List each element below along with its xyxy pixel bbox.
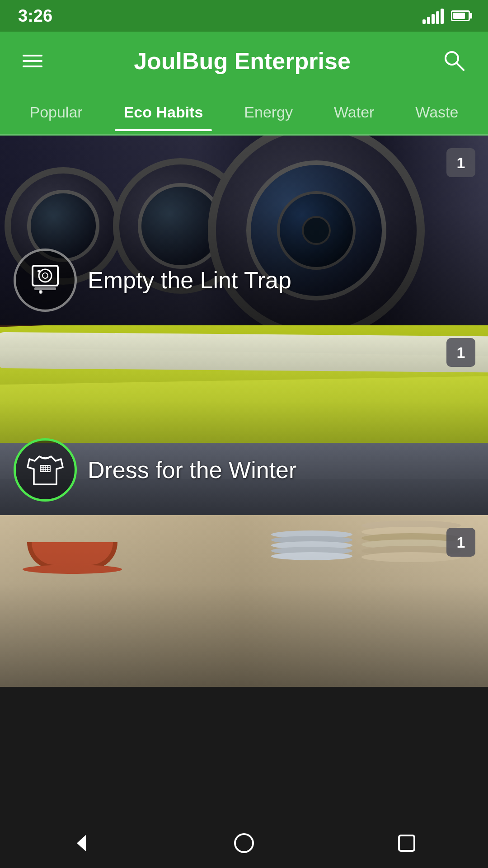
card-content-3 <box>0 664 488 687</box>
card-badge-1: 1 <box>446 148 475 177</box>
card-icon-1 <box>14 249 77 312</box>
svg-point-4 <box>42 273 48 278</box>
tab-eco-habits[interactable]: Eco Habits <box>115 99 212 126</box>
svg-point-6 <box>38 270 40 272</box>
nav-tabs: Popular Eco Habits Energy Water Waste <box>0 90 488 136</box>
card-content-2: Dress for the Winter <box>0 429 488 515</box>
signal-icon <box>422 8 444 24</box>
menu-button[interactable] <box>23 55 42 67</box>
card-badge-2: 1 <box>446 338 475 367</box>
recent-button[interactable] <box>389 825 425 861</box>
status-bar: 3:26 <box>0 0 488 32</box>
svg-point-3 <box>39 269 52 282</box>
bottom-nav <box>0 818 488 868</box>
svg-rect-7 <box>34 287 56 290</box>
svg-point-18 <box>235 834 253 852</box>
svg-line-1 <box>456 63 464 70</box>
card-content-1: Empty the Lint Trap <box>0 239 488 325</box>
card-overlay-3 <box>0 515 488 687</box>
card-icon-2 <box>14 438 77 502</box>
home-icon <box>232 831 256 855</box>
search-button[interactable] <box>442 48 465 74</box>
home-button[interactable] <box>226 825 262 861</box>
recent-icon <box>396 833 417 854</box>
card-badge-3: 1 <box>446 528 475 557</box>
status-icons <box>422 8 470 24</box>
tab-water[interactable]: Water <box>325 99 383 126</box>
card-title-2: Dress for the Winter <box>88 456 296 484</box>
card-title-1: Empty the Lint Trap <box>88 266 291 294</box>
sweater-icon <box>26 452 65 488</box>
battery-icon <box>451 10 470 21</box>
card-dishes[interactable]: 1 <box>0 515 488 687</box>
washer-icon <box>27 262 63 298</box>
back-icon <box>70 831 93 855</box>
header: JoulBug Enterprise <box>0 32 488 90</box>
svg-marker-17 <box>77 835 86 851</box>
content-area: 1 Empty the Lint Trap <box>0 136 488 818</box>
card-dress-winter[interactable]: 1 Dress for the Winter <box>0 325 488 515</box>
tab-popular[interactable]: Popular <box>20 99 91 126</box>
tab-energy[interactable]: Energy <box>235 99 302 126</box>
status-time: 3:26 <box>18 6 52 26</box>
card-lint-trap[interactable]: 1 Empty the Lint Trap <box>0 136 488 325</box>
svg-point-9 <box>40 291 42 293</box>
svg-rect-19 <box>399 835 414 851</box>
battery-fill <box>453 13 465 19</box>
app-title: JoulBug Enterprise <box>134 47 351 75</box>
tab-waste[interactable]: Waste <box>406 99 467 126</box>
back-button[interactable] <box>63 825 99 861</box>
